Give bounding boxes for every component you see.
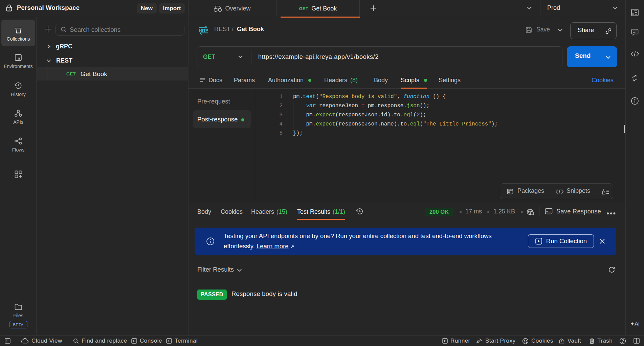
svg-text:e.g.: e.g. xyxy=(546,210,551,213)
svg-text:HTTP: HTTP xyxy=(199,28,208,32)
svg-text:x: x xyxy=(632,11,634,16)
